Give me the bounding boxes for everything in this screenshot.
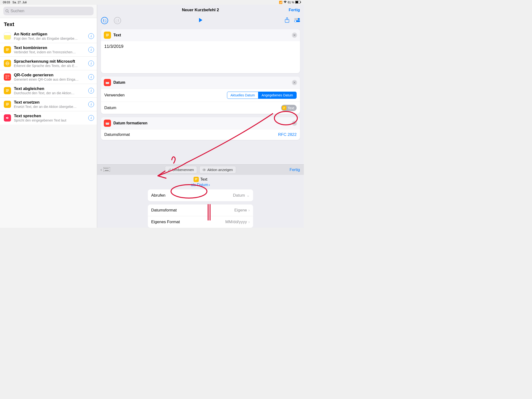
undo-button[interactable] [101,17,108,24]
segment-given[interactable]: Angegebenes Datum [258,92,296,99]
action-item-sprechen[interactable]: Text sprechenSpricht den eingegebenen Te… [0,111,97,125]
settings-row-abrufen[interactable]: Abrufen Datum⌄ [148,190,253,201]
search-input[interactable]: Suchen [3,7,94,15]
text-icon [282,106,286,110]
battery-icon [295,1,301,4]
rename-button[interactable]: Umbenennen [165,166,197,173]
svg-rect-10 [6,77,7,79]
action-item-qrcode[interactable]: QR-Code generierenGeneriert einen QR-Cod… [0,70,97,84]
variable-settings-panel: Text als Datum› Abrufen Datum⌄ Datumsfor… [97,175,304,228]
info-icon[interactable]: i [88,74,94,80]
close-icon[interactable] [292,80,297,85]
svg-point-22 [108,83,109,83]
svg-rect-32 [108,168,108,169]
svg-rect-2 [300,1,301,3]
text-icon [4,46,11,53]
calendar-icon [104,79,111,86]
text-icon [104,32,111,39]
variable-settings: Abrufen Datum⌄ [148,190,253,201]
segment-current[interactable]: Aktuelles Datum [227,92,258,99]
svg-rect-28 [103,167,110,171]
workflow-canvas: Text 11/3/2019 Datum Verwenden Aktuelles… [97,26,304,164]
svg-rect-30 [105,168,106,169]
info-icon[interactable]: i [88,88,94,94]
svg-rect-9 [8,75,9,76]
svg-point-17 [294,20,296,22]
search-icon [5,9,9,13]
redo-button [114,17,121,24]
action-item-notiz[interactable]: An Notiz anfügenFügt den Text, der als E… [0,29,97,43]
status-date: Sa. 27. Juli [13,1,26,4]
settings-row-datumsformat[interactable]: Datumsformat Eigene› [148,204,253,216]
chevron-left-icon[interactable]: ‹ [101,167,102,172]
variable-as-button[interactable]: als Datum› [191,183,210,187]
notes-icon [4,32,11,40]
editor-toolbar [97,15,304,26]
keyboard-toolbar: ‹ Umbenennen Aktion anzeigen Fertig [97,164,304,175]
info-icon[interactable]: i [88,115,94,121]
variable-format-settings: Datumsformat Eigene› Eigenes Format MM/d… [148,204,253,228]
settings-button[interactable] [294,18,300,23]
status-time: 09:03 [3,1,10,4]
shortcut-title: Neuer Kurzbefehl 2 [182,8,219,13]
svg-rect-29 [104,168,105,169]
text-icon [194,177,199,182]
done-button[interactable]: Fertig [289,8,300,13]
text-input[interactable]: 11/3/2019 [104,44,297,70]
info-icon[interactable]: i [88,61,94,66]
text-icon [4,101,11,108]
svg-rect-24 [106,122,109,123]
variable-name: Text [200,177,207,182]
action-item-kombinieren[interactable]: Text kombinierenVerbindet Text, indem ei… [0,43,97,57]
svg-rect-8 [6,75,7,76]
speaker-icon [4,114,11,121]
svg-rect-12 [9,78,9,79]
show-action-button[interactable]: Aktion anzeigen [200,166,236,173]
share-button[interactable] [285,17,289,24]
settings-row-eigenes-format[interactable]: Eigenes Format MM/dd/yyyy› [148,216,253,228]
format-value[interactable]: RFC 2822 [278,132,297,137]
kb-done-button[interactable]: Fertig [290,167,300,172]
svg-point-21 [107,83,108,83]
chevron-down-icon: ⌄ [246,193,250,198]
action-item-ersetzen[interactable]: Text ersetzenErsetzt Text, der an die Ak… [0,98,97,111]
pencil-icon [168,168,171,171]
main-panel: Neuer Kurzbefehl 2 Fertig Text 11/3/2019 [97,5,304,228]
svg-point-27 [108,123,109,124]
action-item-abgleichen[interactable]: Text abgleichenDurchsucht den Text, der … [0,84,97,98]
keyboard-icon[interactable] [103,167,110,172]
segmented-control[interactable]: Aktuelles Datum Angegebenes Datum [227,92,297,99]
action-item-spracherkennung[interactable]: Spracherkennung mit MicrosoftErkennt die… [0,57,97,70]
signal-icon: 📶 [279,1,283,4]
svg-point-3 [6,10,8,12]
text-icon [4,87,11,94]
calendar-icon [104,120,111,127]
sidebar: Suchen Text An Notiz anfügenFügt den Tex… [0,5,97,228]
svg-line-4 [8,12,9,13]
svg-point-15 [298,18,300,20]
variable-pill[interactable]: Text [281,105,297,111]
svg-rect-19 [106,81,109,82]
status-bar: 09:03 Sa. 27. Juli 📶 61 % [0,0,304,5]
svg-rect-33 [105,170,109,171]
close-icon[interactable] [292,32,297,38]
svg-point-35 [204,169,205,170]
info-icon[interactable]: i [88,101,94,107]
globe-icon [4,60,11,67]
svg-point-26 [107,123,108,124]
close-icon[interactable] [292,120,297,126]
sidebar-title: Text [0,18,97,29]
chevron-right-icon: › [209,183,210,187]
chevron-right-icon: › [248,208,250,213]
info-icon[interactable]: i [88,47,94,53]
svg-rect-31 [107,168,107,169]
svg-rect-11 [8,77,8,78]
action-card-date[interactable]: Datum Verwenden Aktuelles Datum Angegebe… [101,76,300,114]
action-card-text[interactable]: Text 11/3/2019 [101,29,300,73]
play-button[interactable] [198,18,203,24]
action-card-format-date[interactable]: Datum formatieren Datumsformat RFC 2822 [101,117,300,140]
chevron-right-icon: › [248,220,250,224]
battery-percent: 61 % [288,1,294,4]
qr-icon [4,73,11,81]
info-icon[interactable]: i [88,33,94,39]
